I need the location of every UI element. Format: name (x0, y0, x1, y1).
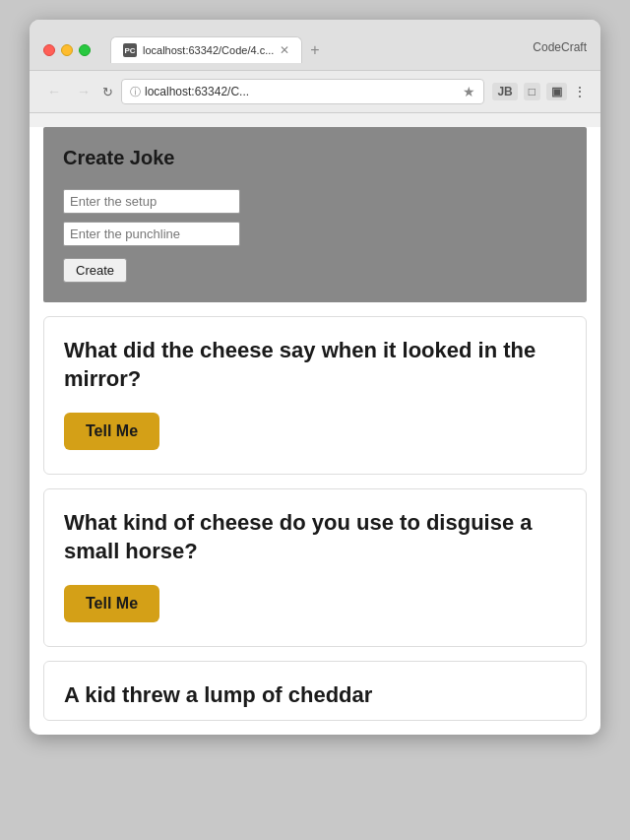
tab-title: localhost:63342/Code/4.c... (143, 44, 274, 56)
joke-card-2: What kind of cheese do you use to disgui… (43, 488, 587, 647)
create-joke-button[interactable]: Create (63, 258, 127, 283)
security-icon: ⓘ (130, 85, 141, 99)
jokes-container: What did the cheese say when it looked i… (30, 302, 600, 735)
back-button[interactable]: ← (43, 82, 65, 101)
traffic-lights (43, 44, 91, 56)
setup-form-group (63, 189, 567, 214)
joke-setup-2: What kind of cheese do you use to disgui… (64, 509, 566, 565)
codecraft-label: CodeCraft (533, 40, 587, 60)
browser-window: PC localhost:63342/Code/4.c... ✕ + CodeC… (30, 20, 600, 735)
bookmark-icon[interactable]: ★ (463, 84, 475, 99)
tab-bar: PC localhost:63342/Code/4.c... ✕ + (110, 36, 523, 63)
forward-button[interactable]: → (73, 82, 94, 101)
address-bar: ← → ↻ ⓘ localhost:63342/C... ★ JB □ ▣ ⋮ (30, 71, 600, 113)
punchline-form-group (63, 222, 567, 246)
active-tab[interactable]: PC localhost:63342/Code/4.c... ✕ (110, 36, 302, 63)
tell-me-button-2[interactable]: Tell Me (64, 585, 159, 622)
page-content: Create Joke Create What did the cheese s… (30, 127, 600, 735)
joke-setup-1: What did the cheese say when it looked i… (64, 337, 566, 393)
extension-btn-2[interactable]: □ (524, 83, 540, 100)
reload-button[interactable]: ↻ (102, 85, 113, 99)
create-joke-section: Create Joke Create (43, 127, 587, 302)
address-input[interactable]: ⓘ localhost:63342/C... ★ (121, 79, 484, 104)
close-button[interactable] (43, 44, 55, 56)
punchline-input[interactable] (63, 222, 240, 246)
joke-setup-3: A kid threw a lump of cheddar (64, 681, 566, 710)
address-text: localhost:63342/C... (145, 85, 459, 98)
joke-card-3: A kid threw a lump of cheddar (43, 661, 587, 721)
more-menu-button[interactable]: ⋮ (573, 84, 587, 99)
tab-close-icon[interactable]: ✕ (280, 43, 289, 57)
extension-btn-1[interactable]: JB (492, 83, 517, 100)
new-tab-button[interactable]: + (302, 37, 327, 63)
maximize-button[interactable] (79, 44, 91, 56)
create-joke-title: Create Joke (63, 147, 567, 169)
tell-me-button-1[interactable]: Tell Me (64, 413, 159, 450)
setup-input[interactable] (63, 189, 240, 214)
title-bar: PC localhost:63342/Code/4.c... ✕ + CodeC… (30, 20, 600, 71)
joke-card-1: What did the cheese say when it looked i… (43, 316, 587, 475)
minimize-button[interactable] (61, 44, 73, 56)
tab-favicon: PC (123, 43, 137, 57)
extension-btn-3[interactable]: ▣ (546, 83, 567, 100)
browser-actions: JB □ ▣ ⋮ (492, 83, 587, 100)
